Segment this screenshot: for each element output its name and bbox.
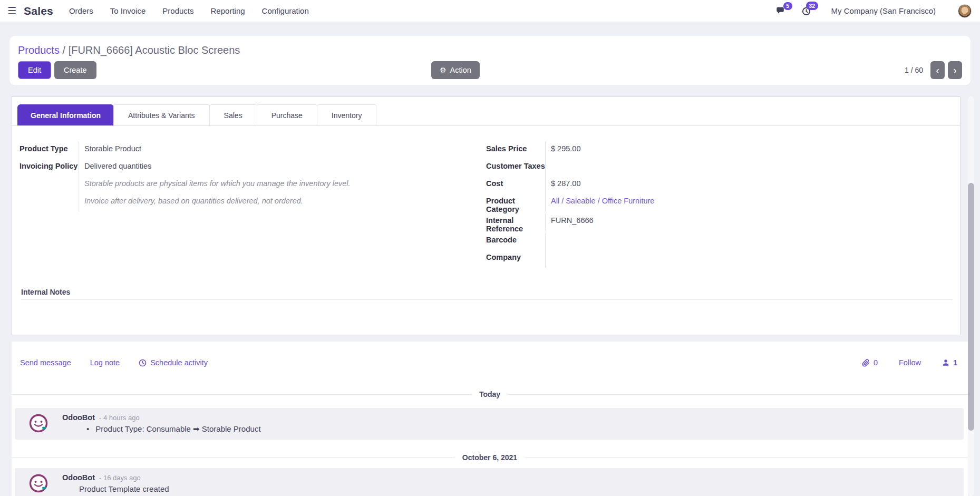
action-button-label: Action bbox=[450, 66, 471, 74]
field-value: $ 287.00 bbox=[545, 177, 953, 194]
pager-previous-button[interactable]: ‹ bbox=[930, 61, 945, 79]
paperclip-icon bbox=[862, 359, 870, 367]
breadcrumb-products-link[interactable]: Products bbox=[18, 44, 60, 56]
company-switcher[interactable]: My Company (San Francisco) bbox=[831, 6, 936, 15]
chatter: Send message Log note Schedule activity … bbox=[12, 342, 968, 496]
menu-item-products[interactable]: Products bbox=[162, 6, 193, 15]
field-sales-price: Sales Price $ 295.00 bbox=[486, 142, 953, 159]
messages-badge: 5 bbox=[783, 2, 792, 11]
field-value: Delivered quantities bbox=[79, 159, 486, 177]
send-message-button[interactable]: Send message bbox=[20, 358, 71, 367]
bullet: • bbox=[86, 424, 89, 434]
field-barcode: Barcode bbox=[486, 233, 953, 250]
user-avatar[interactable] bbox=[958, 4, 972, 18]
menu-item-orders[interactable]: Orders bbox=[69, 6, 93, 15]
form-left-column: Product Type Storable Product Invoicing … bbox=[20, 142, 486, 268]
message-author[interactable]: OdooBot bbox=[62, 473, 95, 482]
tracking-change-text: Product Type: Consumable ➡ Storable Prod… bbox=[95, 424, 260, 434]
chatter-right-toolbar: 0 Follow 1 bbox=[862, 358, 963, 367]
main-menu: Orders To Invoice Products Reporting Con… bbox=[69, 6, 309, 15]
navbar-right: 5 32 My Company (San Francisco) bbox=[775, 4, 974, 18]
hamburger-menu-icon[interactable]: ☰ bbox=[7, 5, 16, 17]
message-timestamp: - 16 days ago bbox=[99, 474, 141, 482]
date-divider-label: October 6, 2021 bbox=[462, 453, 517, 462]
follower-count: 1 bbox=[953, 358, 957, 367]
attachments-button[interactable]: 0 bbox=[862, 358, 878, 367]
app-name[interactable]: Sales bbox=[24, 5, 53, 17]
message-body: • Product Type: Consumable ➡ Storable Pr… bbox=[86, 424, 956, 434]
field-company: Company bbox=[486, 250, 953, 268]
field-value: Storable Product bbox=[79, 142, 486, 159]
vertical-scrollbar-thumb[interactable] bbox=[968, 183, 974, 431]
person-icon bbox=[942, 359, 949, 366]
field-label: Internal Reference bbox=[486, 213, 545, 233]
pager-value[interactable]: 1 / 60 bbox=[905, 66, 923, 74]
form-right-column: Sales Price $ 295.00 Customer Taxes Cost… bbox=[486, 142, 953, 268]
field-value bbox=[545, 159, 953, 177]
internal-notes-divider bbox=[21, 299, 953, 300]
tab-attributes-variants[interactable]: Attributes & Variants bbox=[113, 104, 210, 125]
vertical-scrollbar-track[interactable] bbox=[968, 96, 974, 496]
message-author[interactable]: OdooBot bbox=[62, 413, 95, 422]
control-panel-buttons: Edit Create ⚙ Action 1 / 60 ‹ › bbox=[18, 61, 962, 79]
invoicing-policy-help-text: Invoice after delivery, based on quantit… bbox=[79, 194, 486, 211]
followers-button[interactable]: 1 bbox=[942, 358, 957, 367]
tab-sales[interactable]: Sales bbox=[209, 104, 257, 125]
pager-next-button[interactable]: › bbox=[948, 61, 962, 79]
menu-item-reporting[interactable]: Reporting bbox=[211, 6, 245, 15]
field-label: Cost bbox=[486, 177, 545, 188]
action-button[interactable]: ⚙ Action bbox=[431, 61, 480, 79]
field-value: $ 295.00 bbox=[545, 142, 953, 159]
field-label: Product Type bbox=[20, 142, 79, 153]
message-item: OdooBot - 16 days ago Product Template c… bbox=[15, 468, 964, 496]
field-cost: Cost $ 287.00 bbox=[486, 177, 953, 194]
message-body: Product Template created bbox=[79, 484, 956, 493]
breadcrumb-separator: / bbox=[63, 44, 66, 56]
menu-item-configuration[interactable]: Configuration bbox=[262, 6, 309, 15]
tab-inventory[interactable]: Inventory bbox=[317, 104, 377, 125]
field-label: Product Category bbox=[486, 194, 545, 213]
internal-notes-section: Internal Notes bbox=[21, 288, 953, 300]
field-value: FURN_6666 bbox=[545, 213, 953, 231]
field-customer-taxes: Customer Taxes bbox=[486, 159, 953, 177]
field-value bbox=[545, 250, 953, 268]
gear-icon: ⚙ bbox=[440, 66, 447, 74]
field-label: Sales Price bbox=[486, 142, 545, 153]
activities-badge: 32 bbox=[806, 2, 818, 10]
field-value bbox=[545, 233, 953, 250]
general-information-panel: Product Type Storable Product Invoicing … bbox=[12, 126, 960, 268]
field-internal-reference: Internal Reference FURN_6666 bbox=[486, 213, 953, 233]
field-invoicing-policy: Invoicing Policy Delivered quantities bbox=[20, 159, 486, 177]
product-type-help-row: Storable products are physical items for… bbox=[20, 177, 486, 194]
tab-purchase[interactable]: Purchase bbox=[257, 104, 317, 125]
field-product-type: Product Type Storable Product bbox=[20, 142, 486, 159]
odoobot-avatar bbox=[28, 473, 48, 493]
pager: 1 / 60 ‹ › bbox=[905, 61, 962, 79]
chatter-toolbar: Send message Log note Schedule activity … bbox=[12, 358, 968, 367]
field-label: Company bbox=[486, 250, 545, 261]
tab-general-information[interactable]: General Information bbox=[17, 104, 114, 125]
product-category-link[interactable]: All / Saleable / Office Furniture bbox=[545, 194, 953, 211]
attachment-count: 0 bbox=[874, 358, 878, 367]
schedule-activity-button[interactable]: Schedule activity bbox=[139, 358, 208, 367]
field-label: Barcode bbox=[486, 233, 545, 244]
follow-button[interactable]: Follow bbox=[899, 358, 921, 367]
create-button[interactable]: Create bbox=[54, 61, 96, 79]
breadcrumb: Products / [FURN_6666] Acoustic Bloc Scr… bbox=[18, 43, 962, 57]
log-note-button[interactable]: Log note bbox=[90, 358, 120, 367]
menu-item-to-invoice[interactable]: To Invoice bbox=[110, 6, 146, 15]
control-panel: Products / [FURN_6666] Acoustic Bloc Scr… bbox=[9, 36, 971, 85]
message-item: OdooBot - 4 hours ago • Product Type: Co… bbox=[15, 408, 964, 440]
activities-button[interactable]: 32 bbox=[801, 6, 811, 16]
form-sheet: General Information Attributes & Variant… bbox=[12, 96, 960, 335]
messages-button[interactable]: 5 bbox=[775, 6, 785, 16]
edit-button[interactable]: Edit bbox=[18, 61, 51, 79]
breadcrumb-current: [FURN_6666] Acoustic Bloc Screens bbox=[69, 44, 240, 56]
schedule-activity-label: Schedule activity bbox=[150, 358, 208, 367]
field-label: Customer Taxes bbox=[486, 159, 545, 170]
product-type-help-text: Storable products are physical items for… bbox=[79, 177, 486, 194]
date-divider-label: Today bbox=[479, 390, 500, 398]
internal-notes-label: Internal Notes bbox=[21, 288, 953, 299]
message-timestamp: - 4 hours ago bbox=[99, 414, 140, 422]
field-product-category: Product Category All / Saleable / Office… bbox=[486, 194, 953, 213]
